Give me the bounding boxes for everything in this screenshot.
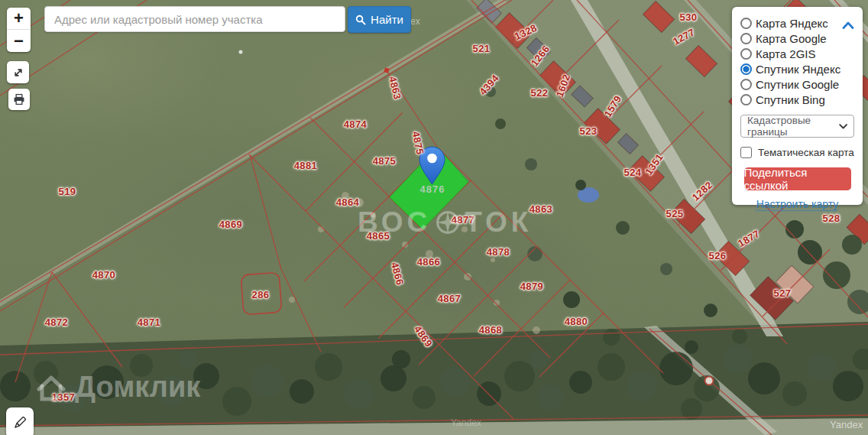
- radio-icon[interactable]: [740, 18, 752, 29]
- radio-icon[interactable]: [740, 48, 752, 60]
- overlay-select-value: Кадастровые границы: [747, 115, 839, 138]
- chevron-up-icon: [842, 21, 854, 29]
- fullscreen-button[interactable]: [7, 61, 29, 83]
- layer-option-карта-яндекс[interactable]: Карта Яндекс: [740, 15, 854, 31]
- search-input[interactable]: [44, 6, 345, 32]
- share-link-button[interactable]: Поделиться ссылкой: [744, 167, 851, 190]
- search-button-label: Найти: [371, 13, 403, 26]
- printer-icon: [12, 93, 26, 106]
- collapse-panel-button[interactable]: [842, 18, 854, 32]
- radio-icon[interactable]: [740, 79, 752, 90]
- layer-option-label: Спутник Google: [756, 78, 839, 91]
- radio-icon[interactable]: [740, 63, 752, 75]
- layer-option-label: Карта Google: [756, 32, 827, 45]
- radio-icon[interactable]: [740, 33, 752, 44]
- layer-option-спутник-bing[interactable]: Спутник Bing: [740, 92, 854, 107]
- search-button[interactable]: Найти: [348, 6, 411, 33]
- configure-map-link[interactable]: Настроить карту: [740, 198, 854, 210]
- map-features: [390, 147, 468, 229]
- layers-panel: Карта ЯндексКарта GoogleКарта 2GISСпутни…: [732, 7, 863, 205]
- zoom-in-button[interactable]: +: [7, 8, 31, 30]
- layer-option-карта-google[interactable]: Карта Google: [740, 31, 854, 46]
- cadastral-map-app: 5195215225235245255265275285302861357486…: [0, 0, 868, 435]
- layer-option-label: Спутник Яндекс: [756, 63, 840, 76]
- zoom-out-button[interactable]: −: [7, 30, 31, 52]
- draw-edit-button[interactable]: [6, 407, 34, 435]
- radio-icon[interactable]: [740, 94, 752, 106]
- zoom-controls: + −: [7, 8, 31, 52]
- expand-arrows-icon: [11, 66, 25, 80]
- layer-option-label: Карта Яндекс: [756, 17, 828, 30]
- chevron-down-icon: [839, 123, 847, 130]
- base-layer-options: Карта ЯндексКарта GoogleКарта 2GISСпутни…: [740, 15, 854, 107]
- overlay-select[interactable]: Кадастровые границы: [740, 115, 854, 138]
- layer-option-спутник-google[interactable]: Спутник Google: [740, 76, 854, 92]
- pencil-icon: [11, 414, 28, 431]
- layer-option-label: Спутник Bing: [756, 93, 825, 106]
- layer-option-label: Карта 2GIS: [756, 47, 816, 60]
- checkbox-icon[interactable]: [740, 147, 752, 158]
- layer-option-карта-2gis[interactable]: Карта 2GIS: [740, 46, 854, 61]
- thematic-map-checkbox-row[interactable]: Тематическая карта: [740, 147, 854, 158]
- print-button[interactable]: [8, 89, 30, 110]
- search-icon: [355, 15, 366, 25]
- thematic-map-label: Тематическая карта: [758, 147, 854, 158]
- layer-option-спутник-яндекс[interactable]: Спутник Яндекс: [740, 61, 854, 76]
